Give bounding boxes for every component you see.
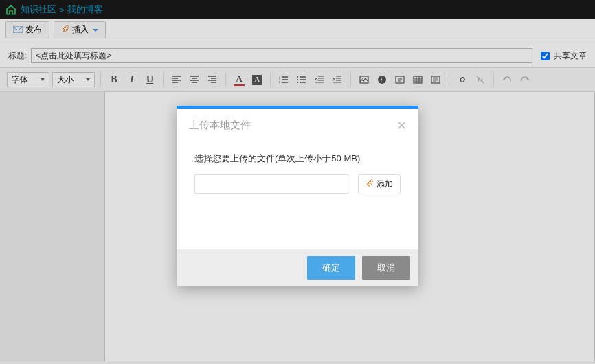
modal-footer: 确定 取消	[177, 249, 418, 286]
upload-file-modal: 上传本地文件 × 选择您要上传的文件(单次上传小于50 MB) 添加 确定 取消	[177, 106, 418, 286]
file-input-row: 添加	[194, 174, 401, 194]
add-file-label: 添加	[377, 179, 393, 190]
modal-header: 上传本地文件 ×	[177, 109, 418, 140]
cancel-button[interactable]: 取消	[362, 256, 410, 280]
ok-button[interactable]: 确定	[307, 256, 355, 280]
modal-overlay: 上传本地文件 × 选择您要上传的文件(单次上传小于50 MB) 添加 确定 取消	[0, 0, 595, 364]
file-path-input[interactable]	[194, 174, 348, 194]
close-icon[interactable]: ×	[397, 118, 406, 133]
modal-instruction: 选择您要上传的文件(单次上传小于50 MB)	[194, 152, 401, 165]
add-file-button[interactable]: 添加	[358, 174, 401, 194]
modal-body: 选择您要上传的文件(单次上传小于50 MB) 添加	[177, 140, 418, 249]
modal-title: 上传本地文件	[189, 119, 251, 132]
paperclip-icon	[366, 179, 374, 190]
